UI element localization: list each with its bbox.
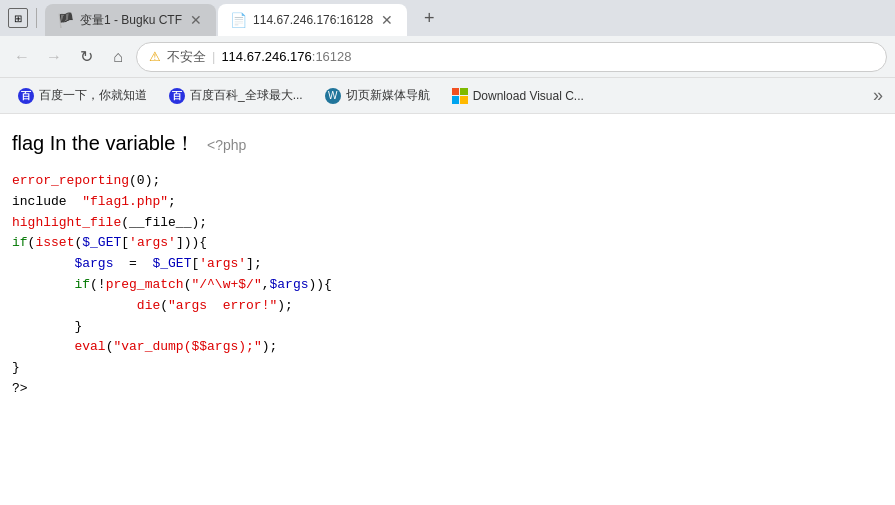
tab2-icon: 📄	[230, 12, 247, 28]
code-line-9: eval("var_dump($$args);");	[12, 337, 883, 358]
bookmark-wp-label: 切页新媒体导航	[346, 87, 430, 104]
code-line-3: highlight_file(__file__);	[12, 213, 883, 234]
baidu1-icon: 百	[18, 88, 34, 104]
page-title: flag In the variable！ <?php	[12, 130, 883, 157]
tab1-icon: 🏴	[57, 12, 74, 28]
address-host: 114.67.246.176	[221, 49, 311, 64]
tab-1[interactable]: 🏴 变量1 - Bugku CTF ✕	[45, 4, 216, 36]
nav-bar: ← → ↻ ⌂ ⚠ 不安全 | 114.67.246.176:16128	[0, 36, 895, 78]
code-line-7: die("args error!");	[12, 296, 883, 317]
page-title-text: flag In the variable！	[12, 132, 195, 154]
tab2-close-icon[interactable]: ✕	[379, 12, 395, 28]
bookmarks-bar: 百 百度一下，你就知道 百 百度百科_全球最大... W 切页新媒体导航 Dow…	[0, 78, 895, 114]
code-line-5: $args = $_GET['args'];	[12, 254, 883, 275]
back-button[interactable]: ←	[8, 43, 36, 71]
security-warning-icon: ⚠	[149, 49, 161, 64]
code-line-10: }	[12, 358, 883, 379]
ms-icon	[452, 88, 468, 104]
forward-button[interactable]: →	[40, 43, 68, 71]
bookmark-ms-label: Download Visual C...	[473, 89, 584, 103]
code-line-2: include "flag1.php";	[12, 192, 883, 213]
code-line-11: ?>	[12, 379, 883, 400]
php-open-tag: <?php	[207, 137, 246, 153]
address-port: :16128	[312, 49, 352, 64]
window-icon: ⊞	[8, 8, 28, 28]
bookmark-baidu1[interactable]: 百 百度一下，你就知道	[8, 83, 157, 109]
tab-group: 🏴 变量1 - Bugku CTF ✕ 📄 114.67.246.176:161…	[45, 0, 407, 36]
tab1-close-icon[interactable]: ✕	[188, 12, 204, 28]
code-line-8: }	[12, 317, 883, 338]
tab1-label: 变量1 - Bugku CTF	[80, 12, 182, 29]
address-text: 114.67.246.176:16128	[221, 49, 351, 64]
bookmarks-more-button[interactable]: »	[869, 85, 887, 106]
reload-button[interactable]: ↻	[72, 43, 100, 71]
new-tab-button[interactable]: +	[415, 4, 443, 32]
security-text: 不安全	[167, 48, 206, 66]
wp-icon: W	[325, 88, 341, 104]
bookmark-baidu2[interactable]: 百 百度百科_全球最大...	[159, 83, 313, 109]
code-line-4: if(isset($_GET['args'])){	[12, 233, 883, 254]
address-separator: |	[212, 49, 215, 64]
code-block: error_reporting(0); include "flag1.php";…	[12, 171, 883, 400]
bookmark-baidu2-label: 百度百科_全球最大...	[190, 87, 303, 104]
bookmark-wp[interactable]: W 切页新媒体导航	[315, 83, 440, 109]
address-bar[interactable]: ⚠ 不安全 | 114.67.246.176:16128	[136, 42, 887, 72]
title-bar: ⊞ 🏴 变量1 - Bugku CTF ✕ 📄 114.67.246.176:1…	[0, 0, 895, 36]
main-content: flag In the variable！ <?php error_report…	[0, 114, 895, 416]
code-line-1: error_reporting(0);	[12, 171, 883, 192]
tab2-label: 114.67.246.176:16128	[253, 13, 373, 27]
tab-2[interactable]: 📄 114.67.246.176:16128 ✕	[218, 4, 407, 36]
code-line-6: if(!preg_match("/^\w+$/",$args)){	[12, 275, 883, 296]
bookmark-baidu1-label: 百度一下，你就知道	[39, 87, 147, 104]
bookmark-ms[interactable]: Download Visual C...	[442, 83, 594, 109]
home-button[interactable]: ⌂	[104, 43, 132, 71]
baidu2-icon: 百	[169, 88, 185, 104]
divider	[36, 8, 37, 28]
